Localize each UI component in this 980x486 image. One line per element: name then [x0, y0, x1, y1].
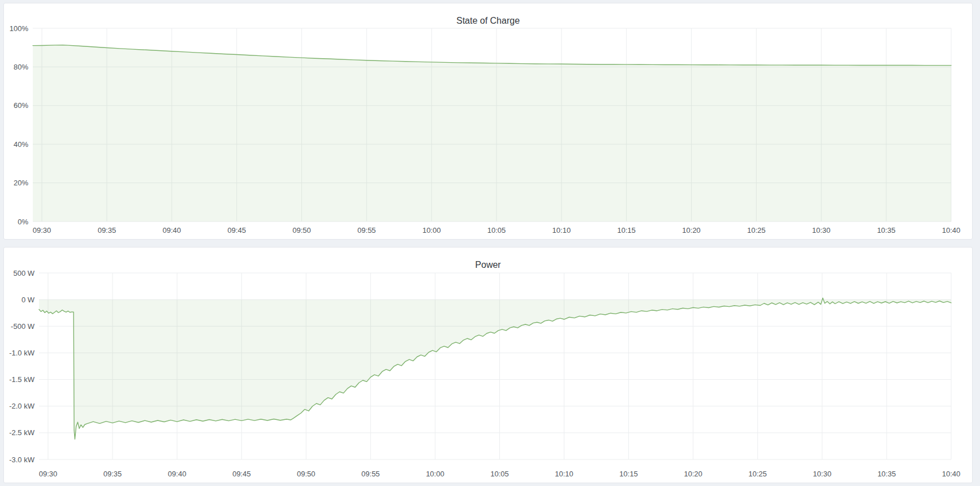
y-axis-tick-label: -1.5 kW [9, 375, 35, 384]
x-axis-tick-label: 09:30 [39, 470, 58, 478]
x-axis-tick-label: 10:10 [552, 226, 571, 235]
x-axis-tick-label: 10:10 [555, 470, 573, 478]
x-axis-tick-label: 10:25 [749, 470, 767, 478]
panel-power: 500 W0 W-500 W-1.0 kW-1.5 kW-2.0 kW-2.5 … [3, 247, 973, 483]
y-axis-tick-label: -500 W [11, 322, 35, 331]
x-axis-tick-label: 10:15 [619, 470, 638, 478]
y-axis-tick-label: -2.0 kW [9, 402, 35, 410]
x-axis-tick-label: 10:30 [813, 470, 832, 478]
x-axis-tick-label: 10:40 [942, 226, 961, 235]
y-axis-tick-label: 40% [14, 140, 28, 149]
x-axis-tick-label: 10:05 [487, 226, 506, 235]
y-axis-tick-label: -1.0 kW [9, 349, 35, 357]
y-axis-tick-label: 20% [14, 179, 28, 187]
soc-chart[interactable]: 100%80%60%40%20%0%09:3009:3509:4009:4509… [4, 3, 972, 239]
x-axis-tick-label: 09:45 [227, 226, 246, 235]
x-axis-tick-label: 10:40 [942, 470, 961, 478]
x-axis-tick-label: 10:00 [422, 226, 441, 235]
y-axis-tick-label: 0 W [21, 296, 35, 304]
x-axis-tick-label: 10:25 [747, 226, 766, 235]
x-axis-tick-label: 09:55 [361, 470, 380, 478]
x-axis-tick-label: 10:35 [878, 470, 896, 478]
x-axis-tick-label: 09:35 [103, 470, 122, 478]
power-chart[interactable]: 500 W0 W-500 W-1.0 kW-1.5 kW-2.0 kW-2.5 … [4, 248, 972, 483]
y-axis-tick-label: 60% [14, 101, 28, 110]
x-axis-tick-label: 09:45 [232, 470, 251, 478]
panel-title-power[interactable]: Power [4, 255, 972, 275]
panel-title-state-of-charge[interactable]: State of Charge [4, 11, 972, 31]
x-axis-tick-label: 10:05 [490, 470, 509, 478]
panel-state-of-charge: 100%80%60%40%20%0%09:3009:3509:4009:4509… [3, 3, 973, 240]
y-axis-tick-label: -2.5 kW [9, 428, 35, 437]
x-axis-tick-label: 10:00 [426, 470, 444, 478]
x-axis-tick-label: 10:35 [877, 226, 896, 235]
y-axis-tick-label: 80% [14, 63, 28, 71]
x-axis-tick-label: 09:55 [357, 226, 376, 235]
x-axis-tick-label: 09:50 [297, 470, 316, 478]
x-axis-tick-label: 09:30 [33, 226, 51, 235]
x-axis-tick-label: 10:20 [682, 226, 701, 235]
x-axis-tick-label: 09:50 [292, 226, 311, 235]
x-axis-tick-label: 09:40 [163, 226, 182, 235]
x-axis-tick-label: 10:20 [684, 470, 702, 478]
x-axis-tick-label: 10:15 [617, 226, 636, 235]
y-axis-tick-label: 0% [18, 218, 28, 226]
x-axis-tick-label: 09:35 [98, 226, 116, 235]
x-axis-tick-label: 09:40 [168, 470, 187, 478]
y-axis-tick-label: -3.0 kW [9, 455, 35, 464]
x-axis-tick-label: 10:30 [812, 226, 831, 235]
